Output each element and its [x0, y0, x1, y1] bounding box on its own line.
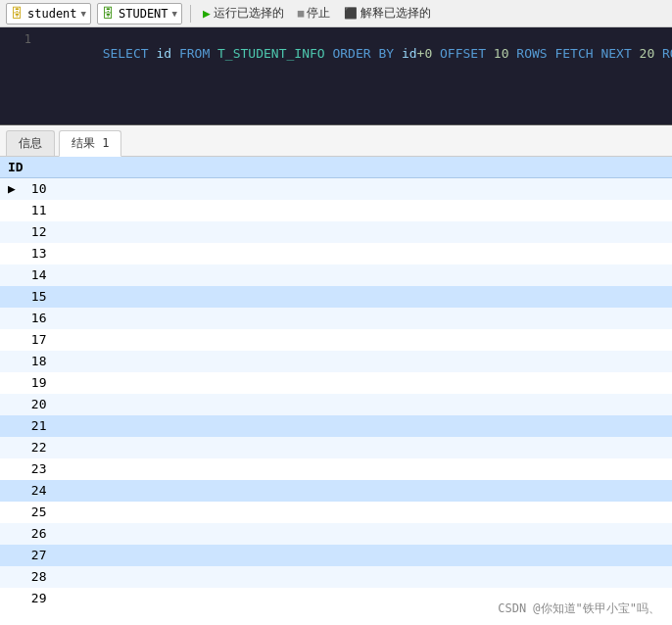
keyword-rows-only: ROWS ONLY [662, 46, 672, 61]
db-icon-1: 🗄 [11, 6, 24, 21]
table-row: 21 [0, 415, 672, 437]
table-row: 20 [0, 394, 672, 415]
row-indicator [0, 200, 24, 221]
cell-id-value: 17 [24, 329, 672, 351]
table-row: 28 [0, 566, 672, 588]
cell-id-value: 27 [24, 545, 672, 566]
tab-info[interactable]: 信息 [6, 130, 55, 156]
table-row: 18 [0, 351, 672, 372]
run-icon: ▶ [203, 6, 211, 21]
cell-id-value: 28 [24, 566, 672, 588]
db2-label: STUDENT [119, 7, 168, 21]
table-name: T_STUDENT_INFO [217, 46, 325, 61]
offset-value: 10 [494, 46, 509, 61]
table-row: 27 [0, 545, 672, 566]
cell-id-value: 22 [24, 437, 672, 458]
row-indicator [0, 372, 24, 394]
col-id: id [156, 46, 171, 61]
cell-id-value: 19 [24, 372, 672, 394]
db-icon-2: 🗄 [102, 6, 115, 21]
explain-label: 解释已选择的 [360, 5, 431, 22]
table-row: 17 [0, 329, 672, 351]
keyword-select: SELECT [103, 46, 149, 61]
keyword-offset: OFFSET [440, 46, 486, 61]
keyword-rows-fetch: ROWS FETCH NEXT [516, 46, 631, 61]
row-indicator [0, 437, 24, 458]
stop-icon: ■ [298, 7, 305, 20]
cell-id-value: 24 [24, 480, 672, 502]
table-header-row: ID [0, 157, 672, 178]
results-tbody: ▶101112131415161718192021222324252627282… [0, 178, 672, 609]
table-row: 16 [0, 308, 672, 329]
stop-label: 停止 [307, 5, 330, 22]
cell-id-value: 16 [24, 308, 672, 329]
row-indicator [0, 545, 24, 566]
cell-id-value: 26 [24, 523, 672, 545]
row-indicator [0, 566, 24, 588]
column-header-id: ID [0, 157, 672, 178]
row-indicator [0, 458, 24, 480]
cell-id-value: 13 [24, 243, 672, 264]
database-selector-2[interactable]: 🗄 STUDENT ▼ [97, 3, 182, 24]
run-label: 运行已选择的 [214, 5, 284, 22]
divider-1 [190, 5, 191, 23]
row-indicator [0, 264, 24, 286]
cell-id-value: 15 [24, 286, 672, 308]
cell-id-value: 10 [24, 178, 672, 200]
table-row: 25 [0, 502, 672, 523]
results-table: ID ▶101112131415161718192021222324252627… [0, 157, 672, 609]
explain-button[interactable]: ⬛ 解释已选择的 [340, 3, 435, 24]
row-indicator [0, 286, 24, 308]
table-row: 13 [0, 243, 672, 264]
cell-id-value: 20 [24, 394, 672, 415]
row-indicator [0, 221, 24, 243]
dropdown-arrow-2: ▼ [172, 9, 177, 19]
sql-code: SELECT id FROM T_STUDENT_INFO ORDER BY i… [41, 31, 672, 75]
cell-id-value: 25 [24, 502, 672, 523]
table-row: 26 [0, 523, 672, 545]
row-indicator [0, 394, 24, 415]
keyword-from: FROM [179, 46, 210, 61]
tab-results-1[interactable]: 结果 1 [59, 130, 121, 157]
table-row: 19 [0, 372, 672, 394]
keyword-order: ORDER BY [332, 46, 394, 61]
sql-editor[interactable]: 1 SELECT id FROM T_STUDENT_INFO ORDER BY… [0, 27, 672, 125]
cell-id-value: 23 [24, 458, 672, 480]
fetch-value: 20 [640, 46, 655, 61]
cell-id-value: 12 [24, 221, 672, 243]
table-row: 11 [0, 200, 672, 221]
dropdown-arrow-1: ▼ [81, 9, 86, 19]
table-row: 14 [0, 264, 672, 286]
table-row: 15 [0, 286, 672, 308]
cell-id-value: 14 [24, 264, 672, 286]
row-indicator [0, 523, 24, 545]
table-row: 23 [0, 458, 672, 480]
explain-icon: ⬛ [344, 7, 358, 20]
order-expr: id [402, 46, 417, 61]
row-indicator [0, 351, 24, 372]
toolbar: 🗄 student ▼ 🗄 STUDENT ▼ ▶ 运行已选择的 ■ 停止 ⬛ … [0, 0, 672, 27]
results-area: ID ▶101112131415161718192021222324252627… [0, 157, 672, 625]
row-indicator [0, 329, 24, 351]
cell-id-value: 11 [24, 200, 672, 221]
cell-id-value: 18 [24, 351, 672, 372]
stop-button[interactable]: ■ 停止 [294, 3, 335, 24]
db1-label: student [27, 7, 77, 21]
database-selector-1[interactable]: 🗄 student ▼ [6, 3, 91, 24]
row-indicator [0, 502, 24, 523]
editor-line-1: 1 SELECT id FROM T_STUDENT_INFO ORDER BY… [0, 31, 672, 75]
table-row: ▶10 [0, 178, 672, 200]
run-button[interactable]: ▶ 运行已选择的 [199, 3, 288, 24]
row-indicator [0, 480, 24, 502]
row-indicator: ▶ [0, 178, 24, 200]
table-row: 22 [0, 437, 672, 458]
table-row: 24 [0, 480, 672, 502]
tabs-bar: 信息 结果 1 [0, 125, 672, 157]
row-indicator [0, 415, 24, 437]
row-indicator [0, 308, 24, 329]
row-indicator [0, 588, 24, 609]
table-row: 12 [0, 221, 672, 243]
line-number: 1 [4, 32, 31, 46]
cell-id-value: 21 [24, 415, 672, 437]
watermark: CSDN @你知道"铁甲小宝"吗、 [498, 601, 660, 617]
